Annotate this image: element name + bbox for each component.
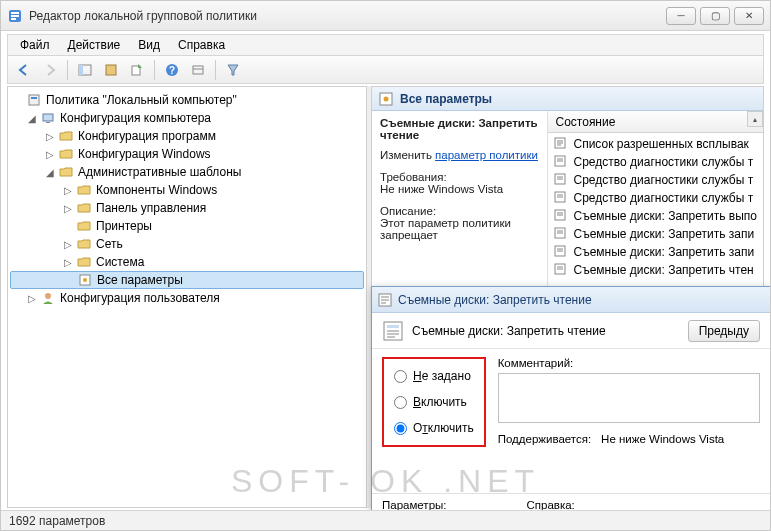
edit-label: Изменить bbox=[380, 149, 432, 161]
policy-item-icon bbox=[554, 209, 568, 223]
policy-item-icon bbox=[554, 263, 568, 277]
filter-button[interactable] bbox=[221, 59, 245, 81]
radio-input[interactable] bbox=[394, 422, 407, 435]
svg-rect-10 bbox=[193, 66, 203, 74]
policy-item-icon bbox=[554, 227, 568, 241]
scroll-up-button[interactable]: ▴ bbox=[747, 111, 763, 127]
tree-label: Конфигурация Windows bbox=[78, 147, 211, 161]
tree-control-panel[interactable]: ▷ Панель управления bbox=[10, 199, 364, 217]
svg-rect-13 bbox=[31, 97, 37, 99]
tree-label: Все параметры bbox=[97, 273, 183, 287]
radio-input[interactable] bbox=[394, 396, 407, 409]
policy-item-icon bbox=[554, 137, 568, 151]
requirements-label: Требования: bbox=[380, 171, 539, 183]
svg-rect-3 bbox=[11, 18, 16, 20]
details-header: Все параметры bbox=[372, 87, 763, 111]
tree-user-config[interactable]: ▷ Конфигурация пользователя bbox=[10, 289, 364, 307]
tree-label: Конфигурация программ bbox=[78, 129, 216, 143]
tree-pane[interactable]: Политика "Локальный компьютер" ◢ Конфигу… bbox=[7, 86, 367, 508]
radio-enabled[interactable]: Включить bbox=[394, 395, 474, 409]
list-item[interactable]: Съемные диски: Запретить запи bbox=[548, 225, 764, 243]
radio-input[interactable] bbox=[394, 370, 407, 383]
svg-rect-51 bbox=[387, 325, 399, 328]
settings-icon bbox=[77, 272, 93, 288]
radio-not-configured[interactable]: Не задано bbox=[394, 369, 474, 383]
menu-file[interactable]: Файл bbox=[12, 36, 58, 54]
menu-view[interactable]: Вид bbox=[130, 36, 168, 54]
list-item[interactable]: Съемные диски: Запретить чтен bbox=[548, 261, 764, 279]
previous-button[interactable]: Предыду bbox=[688, 320, 760, 342]
column-label: Состояние bbox=[556, 115, 616, 129]
column-header-state[interactable]: Состояние ▴ bbox=[548, 111, 764, 133]
tree-label: Конфигурация пользователя bbox=[60, 291, 220, 305]
tree-label: Политика "Локальный компьютер" bbox=[46, 93, 237, 107]
supported-label: Поддерживается: bbox=[498, 433, 591, 445]
svg-rect-12 bbox=[29, 95, 39, 105]
edit-policy-link[interactable]: параметр политики bbox=[435, 149, 538, 161]
minimize-button[interactable]: ─ bbox=[666, 7, 696, 25]
list-item[interactable]: Средство диагностики службы т bbox=[548, 153, 764, 171]
tree-all-settings[interactable]: Все параметры bbox=[10, 271, 364, 289]
policy-item-icon bbox=[554, 173, 568, 187]
tree-computer-config[interactable]: ◢ Конфигурация компьютера bbox=[10, 109, 364, 127]
policy-icon bbox=[378, 293, 392, 307]
folder-icon bbox=[58, 128, 74, 144]
show-hide-tree-button[interactable] bbox=[73, 59, 97, 81]
svg-rect-2 bbox=[11, 15, 19, 17]
tree-printers[interactable]: Принтеры bbox=[10, 217, 364, 235]
radio-label: Отключить bbox=[413, 421, 474, 435]
tree-label: Принтеры bbox=[96, 219, 152, 233]
tree-label: Сеть bbox=[96, 237, 123, 251]
help-label: Справка: bbox=[527, 499, 575, 511]
policy-item-icon bbox=[554, 245, 568, 259]
list-item-label: Средство диагностики службы т bbox=[574, 173, 754, 187]
tree-label: Система bbox=[96, 255, 144, 269]
tree-program-config[interactable]: ▷ Конфигурация программ bbox=[10, 127, 364, 145]
comment-label: Комментарий: bbox=[498, 357, 760, 369]
tree-windows-components[interactable]: ▷ Компоненты Windows bbox=[10, 181, 364, 199]
radio-disabled[interactable]: Отключить bbox=[394, 421, 474, 435]
tree-network[interactable]: ▷ Сеть bbox=[10, 235, 364, 253]
menu-action[interactable]: Действие bbox=[60, 36, 129, 54]
list-item-label: Съемные диски: Запретить запи bbox=[574, 245, 755, 259]
description-label: Описание: bbox=[380, 205, 539, 217]
radio-label: Не задано bbox=[413, 369, 471, 383]
list-item[interactable]: Съемные диски: Запретить выпо bbox=[548, 207, 764, 225]
tree-root[interactable]: Политика "Локальный компьютер" bbox=[10, 91, 364, 109]
comment-textarea[interactable] bbox=[498, 373, 760, 423]
folder-icon bbox=[76, 254, 92, 270]
policy-item-icon bbox=[554, 155, 568, 169]
list-item[interactable]: Средство диагностики службы т bbox=[548, 171, 764, 189]
folder-icon bbox=[76, 182, 92, 198]
tree-windows-config[interactable]: ▷ Конфигурация Windows bbox=[10, 145, 364, 163]
menu-help[interactable]: Справка bbox=[170, 36, 233, 54]
svg-text:?: ? bbox=[169, 65, 175, 76]
tree-label: Компоненты Windows bbox=[96, 183, 217, 197]
close-button[interactable]: ✕ bbox=[734, 7, 764, 25]
folder-icon bbox=[58, 164, 74, 180]
list-item-label: Съемные диски: Запретить выпо bbox=[574, 209, 758, 223]
setting-title: Съемные диски: Запретить чтение bbox=[380, 117, 539, 141]
dialog-title: Съемные диски: Запретить чтение bbox=[398, 293, 592, 307]
list-item[interactable]: Список разрешенных всплывак bbox=[548, 135, 764, 153]
tree-system[interactable]: ▷ Система bbox=[10, 253, 364, 271]
options-button[interactable] bbox=[186, 59, 210, 81]
computer-icon bbox=[40, 110, 56, 126]
forward-button[interactable] bbox=[38, 59, 62, 81]
list-item-label: Съемные диски: Запретить чтен bbox=[574, 263, 754, 277]
svg-rect-14 bbox=[43, 114, 53, 121]
back-button[interactable] bbox=[12, 59, 36, 81]
properties-button[interactable] bbox=[99, 59, 123, 81]
window-title: Редактор локальной групповой политики bbox=[29, 9, 257, 23]
list-item[interactable]: Съемные диски: Запретить запи bbox=[548, 243, 764, 261]
export-button[interactable] bbox=[125, 59, 149, 81]
app-icon bbox=[7, 8, 23, 24]
policy-large-icon bbox=[382, 320, 404, 342]
help-button[interactable]: ? bbox=[160, 59, 184, 81]
list-item[interactable]: Средство диагностики службы т bbox=[548, 189, 764, 207]
maximize-button[interactable]: ▢ bbox=[700, 7, 730, 25]
tree-label: Административные шаблоны bbox=[78, 165, 241, 179]
tree-admin-templates[interactable]: ◢ Административные шаблоны bbox=[10, 163, 364, 181]
params-label: Параметры: bbox=[382, 499, 447, 511]
tree-label: Панель управления bbox=[96, 201, 206, 215]
